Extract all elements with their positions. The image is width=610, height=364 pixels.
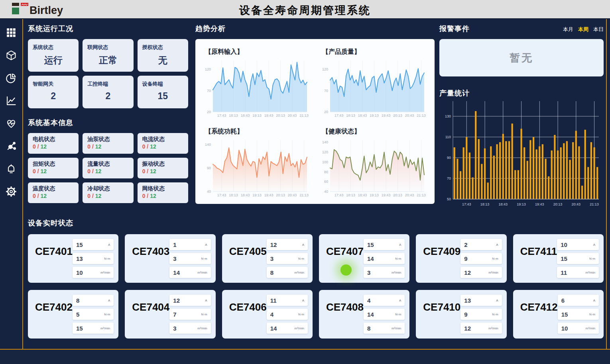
info-card: 流量状态0 / 12 — [83, 158, 133, 178]
value-pill: 11m³/min — [557, 267, 599, 278]
value-pill: 10m³/min — [73, 267, 114, 278]
info-card: 温度状态0 / 12 — [28, 182, 79, 203]
svg-text:17:43: 17:43 — [335, 193, 344, 197]
gear-icon[interactable] — [6, 186, 17, 197]
svg-text:18:13: 18:13 — [229, 114, 238, 117]
device-card-ce7408[interactable]: CE7408 4A14N·m8m³/min — [319, 290, 409, 339]
device-card-ce7412[interactable]: CE7412 6A15N·m10m³/min — [513, 290, 604, 339]
svg-text:17:43: 17:43 — [217, 114, 226, 117]
device-card-ce7403[interactable]: CE7403 1A3N·m14m³/min — [125, 234, 215, 283]
tab-this-month[interactable]: 本月 — [563, 26, 573, 33]
svg-text:130: 130 — [445, 114, 451, 118]
svg-text:20: 20 — [207, 110, 211, 114]
svg-text:21:13: 21:13 — [417, 193, 426, 197]
svg-text:120: 120 — [322, 67, 328, 71]
device-card-ce7410[interactable]: CE7410 13A9N·m12m³/min — [416, 290, 506, 339]
info-card: 油泵状态0 / 12 — [83, 133, 133, 154]
device-card-ce7405[interactable]: CE7405 12A3N·m8m³/min — [222, 234, 313, 283]
svg-text:21:13: 21:13 — [417, 114, 426, 117]
svg-text:19:13: 19:13 — [370, 193, 379, 197]
section-title-devices: 设备实时状态 — [28, 218, 604, 228]
svg-text:70: 70 — [447, 176, 451, 180]
value-pill: 12m³/min — [460, 267, 502, 278]
svg-text:20:13: 20:13 — [393, 114, 402, 117]
svg-text:19:43: 19:43 — [264, 114, 274, 117]
status-card: 设备终端15 — [138, 76, 188, 108]
value-pill: 3N·m — [267, 253, 308, 264]
product-quality-line-chart: 120702017:4318:1318:4319:1319:4320:1320:… — [318, 57, 429, 120]
chart-raw-input: 【原料输入】 120702017:4318:1318:4319:1319:432… — [198, 43, 315, 123]
svg-text:18:43: 18:43 — [241, 114, 250, 117]
section-title-system-status: 系统运行工况 — [28, 24, 188, 33]
value-pill: 8m³/min — [364, 323, 405, 334]
device-card-ce7406[interactable]: CE7406 11A4N·m14m³/min — [222, 290, 313, 339]
health-pulse-icon[interactable] — [6, 118, 17, 129]
dashboard-page: Birtley 设备全寿命周期管理系统 系统运行 — [0, 0, 610, 364]
value-pill: 3m³/min — [169, 323, 211, 334]
trend-panel: 【原料输入】 120702017:4318:1318:4319:1319:432… — [195, 39, 435, 204]
svg-text:50: 50 — [447, 197, 451, 201]
status-card: 智能网关2 — [28, 76, 79, 108]
alarm-empty-text: 暂无 — [510, 51, 533, 65]
svg-text:18:13: 18:13 — [229, 193, 238, 197]
svg-text:120: 120 — [322, 150, 328, 154]
left-divider — [22, 19, 23, 349]
raw-input-line-chart: 120702017:4318:1318:4319:1319:4320:1320:… — [201, 57, 312, 120]
section-title-trend: 趋势分析 — [195, 24, 435, 33]
value-pill: 6A — [558, 295, 599, 306]
value-pill: 14N·m — [364, 309, 405, 320]
value-pill: 7N·m — [169, 309, 211, 320]
svg-text:140: 140 — [205, 143, 211, 147]
bell-icon[interactable] — [6, 163, 17, 174]
molecule-icon[interactable] — [6, 141, 17, 152]
section-title-production: 产量统计 — [439, 88, 604, 98]
value-pill: 3m³/min — [364, 267, 405, 278]
alarm-period-tabs: 本月 本周 本日 — [563, 26, 604, 33]
svg-text:20:13: 20:13 — [553, 202, 563, 206]
device-card-ce7411[interactable]: CE7411 10A15N·m11m³/min — [513, 234, 604, 283]
device-card-ce7404[interactable]: CE7404 12A7N·m3m³/min — [125, 290, 215, 339]
value-pill: 13A — [460, 295, 502, 306]
device-card-ce7409[interactable]: CE7409 2A9N·m12m³/min — [416, 234, 506, 283]
svg-text:19:43: 19:43 — [382, 114, 391, 117]
tab-today[interactable]: 本日 — [593, 26, 604, 33]
device-card-ce7402[interactable]: CE7402 8A5N·m15m³/min — [28, 290, 118, 339]
line-chart-icon[interactable] — [6, 95, 17, 106]
svg-text:18:13: 18:13 — [346, 114, 355, 117]
device-realtime-section: 设备实时状态 CE7401 15A13N·m10m³/min CE7403 1A… — [28, 218, 604, 339]
info-card: 扭矩状态0 / 12 — [28, 158, 79, 178]
value-pill: 1A — [169, 239, 211, 250]
svg-text:21:13: 21:13 — [299, 114, 309, 117]
system-status-section: 系统运行工况 系统状态运行 联网状态正常 授权状态无 智能网关2 工控终端2 设… — [28, 24, 188, 203]
info-card: 振动状态0 / 12 — [138, 158, 188, 178]
svg-text:20: 20 — [324, 110, 328, 114]
svg-text:18:13: 18:13 — [346, 193, 355, 197]
info-card: 电机状态0 / 12 — [28, 133, 79, 154]
status-card: 系统状态运行 — [28, 39, 79, 72]
value-pill: 8A — [73, 295, 114, 306]
running-indicator-dot — [340, 264, 352, 276]
chart-product-quality: 【产品质量】 120702017:4318:1318:4319:1319:432… — [315, 43, 432, 123]
device-grid: CE7401 15A13N·m10m³/min CE7403 1A3N·m14m… — [28, 234, 604, 339]
value-pill: 15N·m — [558, 309, 599, 320]
apps-grid-icon[interactable] — [6, 27, 17, 38]
system-status-grid: 系统状态运行 联网状态正常 授权状态无 智能网关2 工控终端2 设备终端15 — [28, 39, 188, 108]
svg-text:18:43: 18:43 — [241, 193, 250, 197]
cube-icon[interactable] — [6, 50, 17, 61]
svg-text:60: 60 — [324, 180, 328, 184]
trend-analysis-section: 趋势分析 【原料输入】 120702017:4318:1318:4319:131… — [195, 24, 435, 204]
svg-text:40: 40 — [324, 190, 328, 194]
pie-chart-icon[interactable] — [6, 72, 17, 84]
value-pill: 15m³/min — [73, 323, 114, 334]
chart-system-power: 【系统功耗】 140904017:4318:1318:4319:1319:432… — [198, 123, 315, 202]
value-pill: 5N·m — [73, 309, 114, 320]
device-card-ce7401[interactable]: CE7401 15A13N·m10m³/min — [28, 234, 118, 283]
value-pill: 2A — [460, 239, 502, 250]
section-title-system-info: 系统基本信息 — [28, 118, 188, 127]
svg-text:20:43: 20:43 — [288, 114, 297, 117]
device-card-ce7407[interactable]: CE7407 15A14N·m3m³/min — [319, 234, 409, 283]
value-pill: 3N·m — [169, 253, 211, 264]
tab-this-week[interactable]: 本周 — [578, 26, 588, 33]
svg-text:140: 140 — [322, 140, 328, 144]
svg-text:18:13: 18:13 — [480, 202, 490, 206]
